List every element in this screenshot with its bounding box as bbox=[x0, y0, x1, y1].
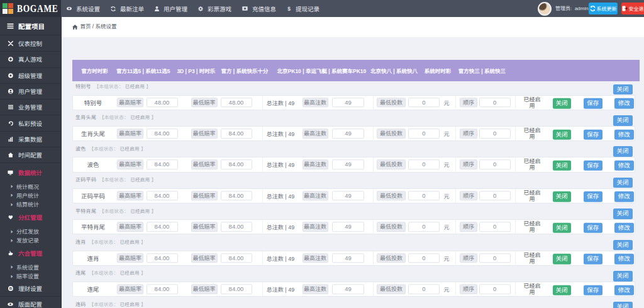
svg-text:$: $ bbox=[287, 6, 291, 11]
svg-text:B: B bbox=[9, 287, 12, 290]
